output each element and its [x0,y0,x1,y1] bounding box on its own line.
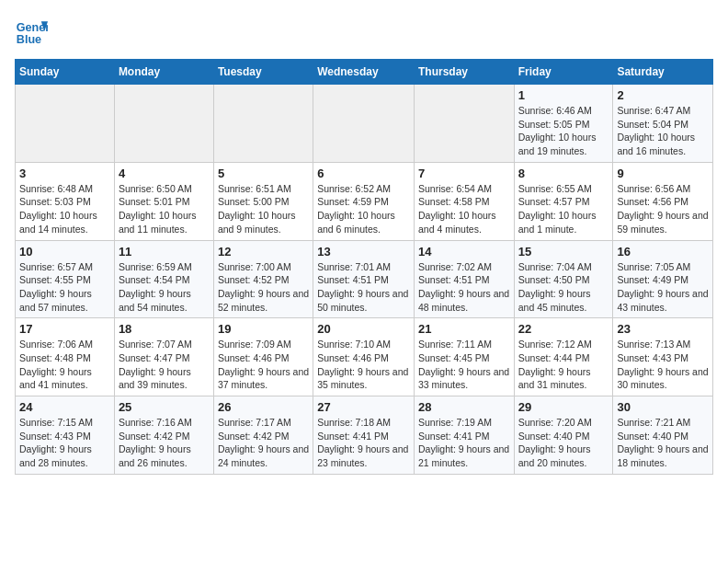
day-info: Sunrise: 7:00 AM Sunset: 4:52 PM Dayligh… [218,260,309,315]
day-number: 12 [218,245,309,259]
weekday-header: Tuesday [213,60,313,85]
day-number: 1 [518,88,609,102]
day-number: 9 [617,167,709,180]
calendar-table: SundayMondayTuesdayWednesdayThursdayFrid… [15,59,713,475]
calendar-cell: 21Sunrise: 7:11 AM Sunset: 4:45 PM Dayli… [414,318,514,396]
weekday-header: Friday [514,60,613,85]
day-number: 5 [218,167,309,180]
day-number: 15 [518,245,609,259]
calendar-cell: 24Sunrise: 7:15 AM Sunset: 4:43 PM Dayli… [16,396,115,475]
day-info: Sunrise: 7:10 AM Sunset: 4:46 PM Dayligh… [317,338,410,392]
day-number: 25 [119,400,210,414]
day-number: 4 [119,167,210,180]
day-number: 30 [617,400,709,414]
calendar-header-row: SundayMondayTuesdayWednesdayThursdayFrid… [16,60,713,85]
calendar-cell: 12Sunrise: 7:00 AM Sunset: 4:52 PM Dayli… [213,240,313,318]
calendar-week-row: 24Sunrise: 7:15 AM Sunset: 4:43 PM Dayli… [16,396,713,475]
day-info: Sunrise: 7:01 AM Sunset: 4:51 PM Dayligh… [317,260,410,315]
calendar-cell: 26Sunrise: 7:17 AM Sunset: 4:42 PM Dayli… [213,396,313,475]
calendar-body: 1Sunrise: 6:46 AM Sunset: 5:05 PM Daylig… [16,85,713,475]
day-number: 7 [418,167,510,180]
day-number: 17 [19,322,110,336]
day-info: Sunrise: 7:20 AM Sunset: 4:40 PM Dayligh… [518,416,609,470]
calendar-cell: 29Sunrise: 7:20 AM Sunset: 4:40 PM Dayli… [514,396,613,475]
calendar-cell: 23Sunrise: 7:13 AM Sunset: 4:43 PM Dayli… [613,318,713,396]
calendar-cell: 18Sunrise: 7:07 AM Sunset: 4:47 PM Dayli… [114,318,213,396]
day-info: Sunrise: 6:55 AM Sunset: 4:57 PM Dayligh… [518,182,609,236]
calendar-cell: 17Sunrise: 7:06 AM Sunset: 4:48 PM Dayli… [16,318,115,396]
day-info: Sunrise: 7:18 AM Sunset: 4:41 PM Dayligh… [317,416,410,470]
weekday-header: Wednesday [313,60,415,85]
day-info: Sunrise: 6:46 AM Sunset: 5:05 PM Dayligh… [518,104,609,158]
calendar-cell: 15Sunrise: 7:04 AM Sunset: 4:50 PM Dayli… [514,240,613,318]
day-info: Sunrise: 7:04 AM Sunset: 4:50 PM Dayligh… [518,260,609,315]
day-info: Sunrise: 6:57 AM Sunset: 4:55 PM Dayligh… [19,260,110,315]
day-number: 23 [617,322,709,336]
day-number: 19 [218,322,309,336]
day-info: Sunrise: 7:11 AM Sunset: 4:45 PM Dayligh… [418,338,510,392]
day-info: Sunrise: 7:13 AM Sunset: 4:43 PM Dayligh… [617,338,709,392]
calendar-cell: 20Sunrise: 7:10 AM Sunset: 4:46 PM Dayli… [313,318,415,396]
day-info: Sunrise: 7:07 AM Sunset: 4:47 PM Dayligh… [119,338,210,392]
calendar-cell: 16Sunrise: 7:05 AM Sunset: 4:49 PM Dayli… [613,240,713,318]
calendar-cell: 28Sunrise: 7:19 AM Sunset: 4:41 PM Dayli… [414,396,514,475]
day-number: 22 [518,322,609,336]
day-info: Sunrise: 7:05 AM Sunset: 4:49 PM Dayligh… [617,260,709,315]
calendar-cell: 8Sunrise: 6:55 AM Sunset: 4:57 PM Daylig… [514,162,613,240]
svg-text:Blue: Blue [17,33,41,46]
day-info: Sunrise: 7:06 AM Sunset: 4:48 PM Dayligh… [19,338,110,392]
calendar-cell: 11Sunrise: 6:59 AM Sunset: 4:54 PM Dayli… [114,240,213,318]
weekday-header: Sunday [16,60,115,85]
calendar-week-row: 3Sunrise: 6:48 AM Sunset: 5:03 PM Daylig… [16,162,713,240]
day-number: 10 [19,245,110,259]
calendar-cell: 5Sunrise: 6:51 AM Sunset: 5:00 PM Daylig… [213,162,313,240]
day-info: Sunrise: 7:12 AM Sunset: 4:44 PM Dayligh… [518,338,609,392]
logo: General Blue [15,15,48,48]
day-info: Sunrise: 6:48 AM Sunset: 5:03 PM Dayligh… [19,182,110,236]
page-header: General Blue [15,15,713,48]
calendar-cell: 4Sunrise: 6:50 AM Sunset: 5:01 PM Daylig… [114,162,213,240]
weekday-header: Thursday [414,60,514,85]
day-info: Sunrise: 7:09 AM Sunset: 4:46 PM Dayligh… [218,338,309,392]
day-info: Sunrise: 7:16 AM Sunset: 4:42 PM Dayligh… [119,416,210,470]
calendar-cell: 27Sunrise: 7:18 AM Sunset: 4:41 PM Dayli… [313,396,415,475]
day-info: Sunrise: 7:15 AM Sunset: 4:43 PM Dayligh… [19,416,110,470]
calendar-cell [414,85,514,163]
calendar-cell: 1Sunrise: 6:46 AM Sunset: 5:05 PM Daylig… [514,85,613,163]
calendar-cell: 22Sunrise: 7:12 AM Sunset: 4:44 PM Dayli… [514,318,613,396]
calendar-week-row: 17Sunrise: 7:06 AM Sunset: 4:48 PM Dayli… [16,318,713,396]
day-info: Sunrise: 6:59 AM Sunset: 4:54 PM Dayligh… [119,260,210,315]
day-number: 11 [119,245,210,259]
calendar-cell: 6Sunrise: 6:52 AM Sunset: 4:59 PM Daylig… [313,162,415,240]
day-number: 28 [418,400,510,414]
calendar-cell: 30Sunrise: 7:21 AM Sunset: 4:40 PM Dayli… [613,396,713,475]
calendar-week-row: 1Sunrise: 6:46 AM Sunset: 5:05 PM Daylig… [16,85,713,163]
logo-icon: General Blue [15,15,48,48]
day-number: 29 [518,400,609,414]
calendar-cell: 3Sunrise: 6:48 AM Sunset: 5:03 PM Daylig… [16,162,115,240]
calendar-cell: 10Sunrise: 6:57 AM Sunset: 4:55 PM Dayli… [16,240,115,318]
day-number: 24 [19,400,110,414]
calendar-cell: 19Sunrise: 7:09 AM Sunset: 4:46 PM Dayli… [213,318,313,396]
weekday-header: Saturday [613,60,713,85]
calendar-cell: 9Sunrise: 6:56 AM Sunset: 4:56 PM Daylig… [613,162,713,240]
day-number: 21 [418,322,510,336]
day-number: 8 [518,167,609,180]
day-info: Sunrise: 6:50 AM Sunset: 5:01 PM Dayligh… [119,182,210,236]
day-number: 3 [19,167,110,180]
calendar-week-row: 10Sunrise: 6:57 AM Sunset: 4:55 PM Dayli… [16,240,713,318]
day-info: Sunrise: 6:52 AM Sunset: 4:59 PM Dayligh… [317,182,410,236]
day-number: 27 [317,400,410,414]
calendar-cell: 14Sunrise: 7:02 AM Sunset: 4:51 PM Dayli… [414,240,514,318]
day-number: 20 [317,322,410,336]
day-number: 14 [418,245,510,259]
day-info: Sunrise: 6:54 AM Sunset: 4:58 PM Dayligh… [418,182,510,236]
calendar-cell [213,85,313,163]
day-number: 26 [218,400,309,414]
day-info: Sunrise: 7:02 AM Sunset: 4:51 PM Dayligh… [418,260,510,315]
calendar-cell: 25Sunrise: 7:16 AM Sunset: 4:42 PM Dayli… [114,396,213,475]
day-number: 16 [617,245,709,259]
day-info: Sunrise: 7:19 AM Sunset: 4:41 PM Dayligh… [418,416,510,470]
day-number: 18 [119,322,210,336]
day-number: 2 [617,88,709,102]
